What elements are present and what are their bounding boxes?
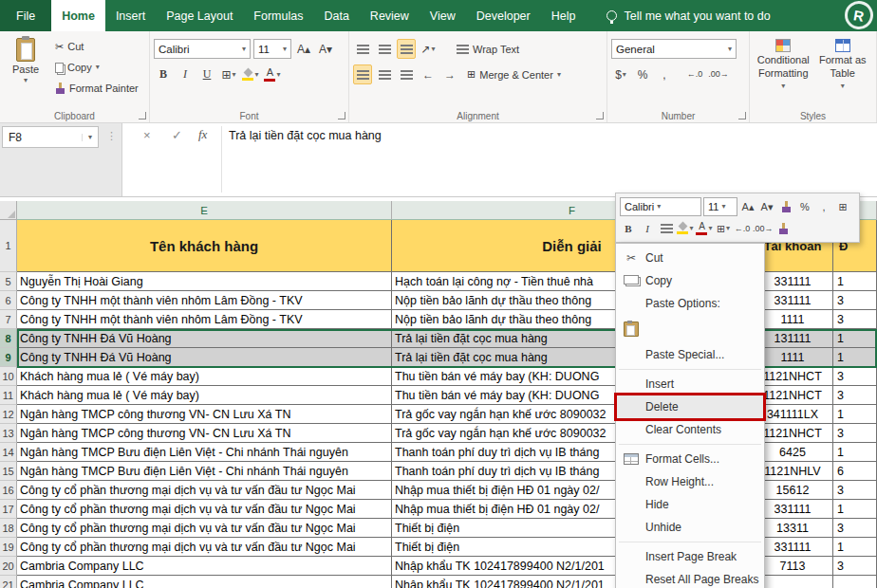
decrease-decimal-button[interactable]: .00→: [708, 70, 729, 80]
row-header[interactable]: 10: [0, 367, 17, 386]
tab-view[interactable]: View: [420, 0, 466, 31]
row-header[interactable]: 16: [0, 481, 17, 500]
menu-item-delete[interactable]: Delete: [617, 395, 763, 418]
enter-icon[interactable]: ✓: [172, 128, 182, 142]
row-header[interactable]: 13: [0, 424, 17, 443]
mini-italic-button[interactable]: I: [639, 219, 656, 238]
mini-format-painter-button[interactable]: [777, 197, 794, 216]
menu-item-format-cells[interactable]: Format Cells...: [617, 448, 763, 470]
cell[interactable]: Công ty cổ phần thương mại dịch vụ và tư…: [17, 538, 392, 557]
cell[interactable]: Cambria Company LLC: [17, 557, 392, 576]
mini-percent-button[interactable]: %: [796, 197, 813, 216]
decrease-indent-button[interactable]: ←: [419, 64, 438, 84]
tell-me[interactable]: Tell me what you want to do: [606, 0, 770, 31]
tab-home[interactable]: Home: [51, 0, 105, 31]
dialog-launcher-icon[interactable]: [738, 112, 746, 119]
row-header[interactable]: 1: [0, 220, 17, 272]
row-header[interactable]: 17: [0, 500, 17, 519]
mini-brush-button[interactable]: [775, 219, 793, 238]
font-size-select[interactable]: 11 ▾: [253, 39, 291, 59]
mini-font-size-select[interactable]: 11 ▾: [703, 197, 737, 216]
row-header[interactable]: 18: [0, 519, 17, 538]
wrap-text-button[interactable]: Wrap Text: [454, 39, 522, 60]
percent-style-button[interactable]: %: [633, 64, 652, 84]
row-header[interactable]: 15: [0, 462, 17, 481]
conditional-formatting-button[interactable]: Conditional Formatting ▾: [754, 36, 813, 90]
dialog-launcher-icon[interactable]: [596, 112, 604, 119]
bottom-align-button[interactable]: [397, 39, 416, 59]
tab-page-layout[interactable]: Page Layout: [156, 0, 243, 31]
cell[interactable]: 1: [833, 500, 877, 519]
menu-item-hide[interactable]: Hide: [617, 493, 763, 516]
cell[interactable]: Ngân hàng TMCP công thương VN- CN Lưu Xá…: [17, 405, 392, 424]
tab-insert[interactable]: Insert: [105, 0, 156, 31]
mini-borders-button[interactable]: ⊞ ▾: [715, 219, 732, 238]
grow-font-button[interactable]: A▴: [294, 39, 313, 59]
menu-item-clear-contents[interactable]: Clear Contents: [617, 418, 763, 441]
comma-style-button[interactable]: ,: [655, 64, 674, 84]
cell[interactable]: Công ty TNHH Đá Vũ Hoàng: [17, 348, 392, 367]
cell[interactable]: 3: [833, 310, 877, 329]
row-header[interactable]: 11: [0, 386, 17, 405]
middle-align-button[interactable]: [375, 39, 394, 59]
top-align-button[interactable]: [353, 39, 372, 59]
menu-item-reset-page-breaks[interactable]: Reset All Page Breaks: [617, 568, 763, 588]
cell[interactable]: Công ty cổ phần thương mại dịch vụ và tư…: [17, 500, 392, 519]
insert-function-icon[interactable]: fx: [198, 127, 207, 142]
row-header[interactable]: 20: [0, 557, 17, 576]
cell[interactable]: Ngân hàng TMCP công thương VN- CN Lưu Xá…: [17, 424, 392, 443]
cell[interactable]: 1: [833, 272, 877, 291]
mini-increase-decimal-button[interactable]: ←.0: [734, 219, 751, 238]
row-header[interactable]: 12: [0, 405, 17, 424]
accounting-format-button[interactable]: $ ▾: [611, 64, 630, 84]
cell[interactable]: Khách hàng mua lẻ ( Vé máy bay): [17, 367, 392, 386]
cell[interactable]: Cambria Company LLC: [17, 576, 392, 588]
cell[interactable]: 3: [833, 557, 877, 576]
format-painter-button[interactable]: Format Painter: [52, 78, 141, 99]
menu-item-insert-page-break[interactable]: Insert Page Break: [617, 545, 763, 568]
column-header-e[interactable]: E: [17, 201, 392, 220]
cancel-icon[interactable]: ×: [143, 128, 151, 142]
menu-item-insert[interactable]: Insert: [617, 373, 763, 395]
borders-button[interactable]: ⊞ ▾: [219, 64, 238, 84]
mini-shrink-font-button[interactable]: A▾: [758, 197, 775, 216]
header-cell-customer[interactable]: Tên khách hàng: [17, 220, 392, 272]
shrink-font-button[interactable]: A▾: [316, 39, 335, 59]
tab-help[interactable]: Help: [541, 0, 587, 31]
cell[interactable]: 3: [833, 367, 877, 386]
cell[interactable]: 6: [833, 462, 877, 481]
mini-table-button[interactable]: ⊞: [834, 197, 851, 216]
tab-file[interactable]: File: [0, 0, 51, 31]
tab-formulas[interactable]: Formulas: [243, 0, 313, 31]
cell[interactable]: Công ty cổ phần thương mại dịch vụ và tư…: [17, 481, 392, 500]
menu-item-cut[interactable]: ✂Cut: [617, 247, 763, 269]
paste-button[interactable]: Paste ▾: [4, 36, 47, 99]
cell[interactable]: Nguyễn Thị Hoài Giang: [17, 272, 392, 291]
orientation-button[interactable]: ↗ ▾: [419, 39, 438, 59]
tab-developer[interactable]: Developer: [466, 0, 541, 31]
font-color-button[interactable]: A ▾: [263, 64, 282, 84]
formula-input[interactable]: × ✓ fx Trả lại tiền đặt cọc mua hàng: [121, 123, 877, 196]
cell[interactable]: 3: [833, 519, 877, 538]
mini-font-name-select[interactable]: Calibri ▾: [620, 197, 701, 216]
cell[interactable]: 1: [833, 348, 877, 367]
select-all-corner[interactable]: [0, 201, 17, 220]
increase-indent-button[interactable]: →: [440, 64, 459, 84]
mini-align-button[interactable]: [658, 219, 675, 238]
row-header[interactable]: 7: [0, 310, 17, 329]
mini-grow-font-button[interactable]: A▴: [739, 197, 756, 216]
italic-button[interactable]: I: [176, 64, 195, 84]
cell[interactable]: 3: [833, 424, 877, 443]
number-format-select[interactable]: General ▾: [611, 39, 737, 59]
cell[interactable]: Công ty cổ phần thương mại dịch vụ và tư…: [17, 519, 392, 538]
row-header[interactable]: 8: [0, 329, 17, 348]
row-header[interactable]: 14: [0, 443, 17, 462]
cell[interactable]: Ngân hàng TMCP Bưu điện Liên Việt - Chi …: [17, 443, 392, 462]
menu-item-unhide[interactable]: Unhide: [617, 516, 763, 539]
cell[interactable]: 3: [833, 481, 877, 500]
cell[interactable]: 1: [833, 405, 877, 424]
underline-button[interactable]: U: [197, 64, 216, 84]
merge-center-button[interactable]: ⊞ Merge & Center ▾: [464, 64, 564, 85]
font-name-select[interactable]: Calibri ▾: [154, 39, 251, 59]
row-header[interactable]: 9: [0, 348, 17, 367]
